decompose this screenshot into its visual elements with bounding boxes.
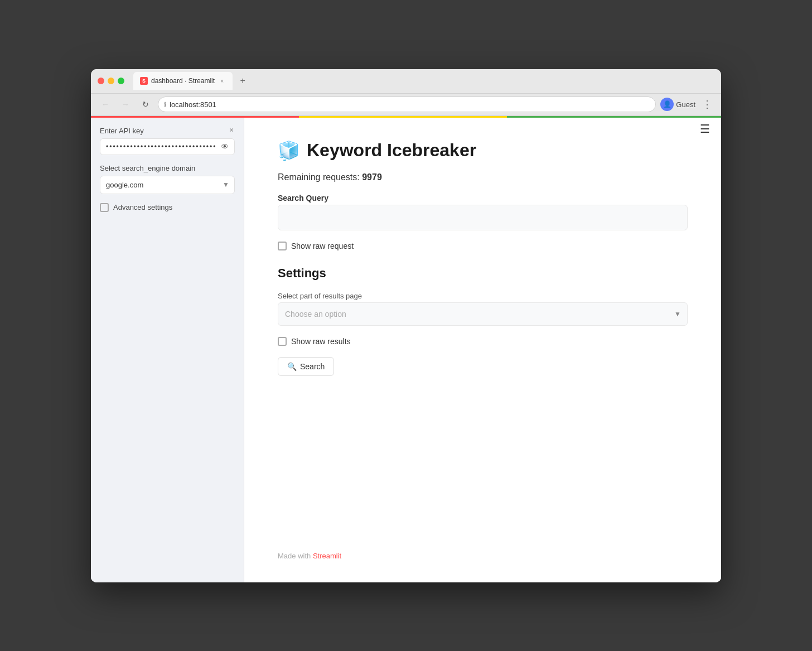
advanced-settings-checkbox[interactable] [100,203,109,212]
streamlit-link[interactable]: Streamlit [313,552,341,560]
search-engine-select-wrap: google.com ▼ [100,176,235,194]
advanced-settings-checkbox-row[interactable]: Advanced settings [100,203,235,212]
back-button[interactable]: ← [98,97,113,112]
tab-favicon: S [140,77,148,85]
close-button[interactable] [98,78,104,84]
show-raw-results-checkbox[interactable] [278,337,287,346]
sidebar: × Enter API key ••••••••••••••••••••••••… [91,118,244,582]
url-bar[interactable]: ℹ localhost:8501 [158,97,656,112]
api-key-label: Enter API key [100,127,235,135]
search-query-input[interactable] [278,205,688,230]
minimize-button[interactable] [108,78,114,84]
hamburger-menu-button[interactable]: ☰ [700,122,710,136]
app-title: Keyword Icebreaker [307,140,476,161]
app-icon: 🧊 [278,140,300,161]
title-bar: S dashboard · Streamlit × + [91,69,721,94]
main-content: ☰ 🧊 Keyword Icebreaker Remaining request… [244,118,721,582]
settings-section: Settings [278,262,688,281]
traffic-lights [98,78,124,84]
tab-title: dashboard · Streamlit [151,77,215,85]
remaining-label: Remaining requests: [278,172,360,182]
tab-close-button[interactable]: × [218,77,226,85]
remaining-requests: Remaining requests: 9979 [278,172,688,182]
results-select[interactable]: Choose an option [278,302,688,326]
api-key-input-wrap: •••••••••••••••••••••••••••••••••• 👁 [100,138,235,155]
show-raw-request-label: Show raw request [291,242,354,250]
app-header: 🧊 Keyword Icebreaker [278,140,688,161]
select-results-label: Select part of results page [278,292,688,300]
remaining-count: 9979 [362,172,382,182]
main-wrapper: ☰ 🧊 Keyword Icebreaker Remaining request… [244,118,721,582]
api-key-section: Enter API key ••••••••••••••••••••••••••… [100,127,235,155]
search-query-section: Search Query [278,194,688,230]
url-lock-icon: ℹ [164,101,166,108]
footer-text: Made with [278,552,313,560]
profile-button[interactable]: 👤 Guest [660,98,695,111]
tab-area: S dashboard · Streamlit × + [133,72,714,90]
show-raw-request-checkbox[interactable] [278,242,287,250]
search-engine-label: Select search_engine domain [100,164,235,172]
browser-tab[interactable]: S dashboard · Streamlit × [133,72,233,90]
profile-label: Guest [676,100,695,109]
show-raw-results-row[interactable]: Show raw results [278,337,688,346]
api-key-value: •••••••••••••••••••••••••••••••••• [106,143,216,151]
search-button-label: Search [300,362,325,371]
search-icon: 🔍 [287,362,297,371]
settings-title: Settings [278,266,688,281]
show-raw-results-label: Show raw results [291,337,351,346]
address-bar: ← → ↻ ℹ localhost:8501 👤 Guest ⋮ [91,94,721,116]
url-text: localhost:8501 [170,100,216,109]
forward-button[interactable]: → [118,97,133,112]
profile-icon: 👤 [660,98,674,111]
footer: Made with Streamlit [278,529,688,560]
new-tab-button[interactable]: + [235,73,250,89]
search-engine-select[interactable]: google.com [100,176,235,194]
search-button[interactable]: 🔍 Search [278,357,334,376]
results-select-section: Select part of results page Choose an op… [278,292,688,326]
show-raw-request-row[interactable]: Show raw request [278,242,688,250]
sidebar-close-button[interactable]: × [226,124,237,136]
app-content: × Enter API key ••••••••••••••••••••••••… [91,118,721,582]
reload-button[interactable]: ↻ [138,97,153,112]
search-query-label: Search Query [278,194,688,202]
search-engine-section: Select search_engine domain google.com ▼ [100,164,235,194]
results-select-wrap: Choose an option ▼ [278,302,688,326]
advanced-settings-label: Advanced settings [113,203,172,211]
eye-icon[interactable]: 👁 [221,142,229,151]
maximize-button[interactable] [118,78,124,84]
browser-menu-button[interactable]: ⋮ [700,98,714,110]
